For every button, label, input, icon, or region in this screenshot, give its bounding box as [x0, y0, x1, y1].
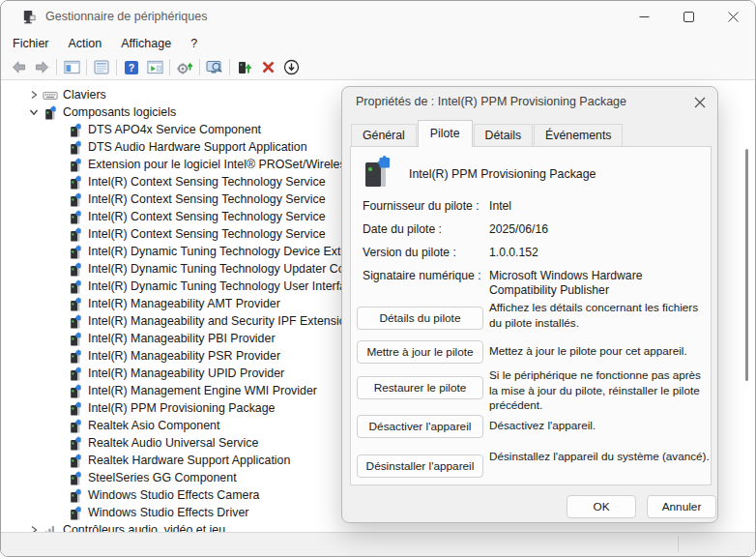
component-icon [67, 175, 84, 190]
component-icon [67, 245, 84, 259]
component-icon [67, 384, 84, 398]
tab-evenements[interactable]: Événements [534, 124, 623, 147]
action-pane-button[interactable] [143, 56, 166, 79]
toolbar-separator [199, 59, 200, 75]
software-device-icon [361, 155, 393, 193]
tree-item-label: Intel(R) Context Sensing Technology Serv… [88, 227, 326, 241]
dialog-close-icon[interactable] [692, 95, 707, 109]
field-label: Version du pilote : [363, 246, 489, 260]
uninstall-device-button[interactable]: Désinstaller l'appareil [357, 454, 483, 478]
tab-details[interactable]: Détails [474, 124, 534, 147]
chevron-spacer [51, 471, 67, 484]
update-driver-button[interactable] [233, 56, 256, 79]
chevron-right-icon[interactable] [26, 523, 42, 532]
menu-action[interactable]: Action [59, 34, 112, 53]
chevron-right-icon[interactable] [26, 88, 42, 102]
tree-item-label: Intel(R) Manageability and Security IPF … [88, 314, 352, 328]
component-icon [67, 506, 84, 520]
window-controls [622, 1, 755, 32]
field-label: Fournisseur du pilote : [363, 199, 489, 214]
update-driver-button[interactable]: Mettre à jour le pilote [357, 340, 483, 364]
chevron-spacer [51, 227, 67, 241]
toolbar-separator [169, 59, 170, 75]
chevron-spacer [51, 297, 67, 310]
chevron-spacer [51, 314, 67, 328]
driver-tab-page: Intel(R) PPM Provisioning Package Fourni… [350, 146, 712, 485]
roll-back-driver-button[interactable]: Restaurer le pilote [357, 376, 483, 399]
tree-item-label: Intel(R) Manageability AMT Provider [88, 297, 280, 310]
toolbar-separator [86, 59, 87, 75]
component-icon [67, 140, 84, 155]
component-icon [67, 227, 84, 242]
chevron-spacer [51, 488, 67, 502]
forward-button[interactable] [30, 56, 53, 79]
toolbar-separator [116, 59, 117, 75]
tab-general[interactable]: Général [351, 124, 417, 147]
device-manager-window: Gestionnaire de périphériques Fichier Ac… [0, 0, 756, 557]
vertical-scrollbar-thumb[interactable] [745, 149, 748, 381]
close-button[interactable] [711, 1, 755, 32]
chevron-spacer [51, 401, 67, 415]
component-icon [67, 488, 84, 503]
field-value: Microsoft Windows Hardware Compatibility… [489, 269, 704, 298]
component-icon [42, 105, 59, 120]
minimize-button[interactable] [622, 1, 666, 32]
maximize-button[interactable] [666, 1, 711, 32]
tree-item-label: Intel(R) Dynamic Tuning Technology Updat… [88, 262, 352, 276]
tab-pilote[interactable]: Pilote [418, 120, 473, 147]
tree-item-label: DTS APO4x Service Component [88, 123, 261, 136]
menu-fichier[interactable]: Fichier [3, 34, 59, 53]
component-icon [67, 332, 84, 346]
cancel-button[interactable]: Annuler [647, 495, 716, 518]
driver-details-description: Affichez les détails concernant les fich… [489, 300, 710, 330]
chevron-spacer [51, 279, 67, 293]
component-icon [67, 436, 84, 451]
component-icon [67, 366, 84, 381]
tree-item-label: Intel(R) Context Sensing Technology Serv… [88, 192, 326, 206]
field-label: Date du pilote : [363, 222, 489, 237]
ok-button[interactable]: OK [567, 495, 636, 518]
disable-device-button[interactable] [279, 56, 303, 79]
chevron-spacer [51, 436, 67, 450]
uninstall-device-description: Désinstallez l'appareil du système (avan… [489, 449, 710, 464]
uninstall-device-button[interactable] [256, 56, 279, 79]
chevron-spacer [51, 262, 67, 276]
properties-button[interactable] [90, 56, 113, 79]
tree-item-label: Realtek Audio Universal Service [88, 436, 258, 450]
chevron-spacer [51, 192, 67, 206]
component-icon [67, 158, 84, 172]
back-button[interactable] [7, 56, 30, 79]
toolbar-separator [56, 59, 57, 75]
menu-affichage[interactable]: Affichage [111, 34, 181, 53]
chevron-spacer [51, 366, 67, 380]
tree-item-label: Windows Studio Effects Camera [88, 488, 259, 502]
tree-item-label: Realtek Asio Component [88, 419, 219, 432]
chevron-spacer [51, 140, 67, 154]
show-hide-console-tree-button[interactable] [60, 56, 83, 79]
component-icon [67, 471, 84, 485]
disable-device-button[interactable]: Désactiver l'appareil [357, 415, 483, 438]
component-icon [67, 454, 84, 468]
status-bar [1, 532, 755, 556]
tree-item-label: Intel(R) Manageability UPID Provider [88, 366, 284, 380]
tree-item-label: DTS Audio Hardware Support Application [88, 140, 307, 154]
tree-item-label: Claviers [63, 88, 106, 102]
menu-help[interactable]: ? [181, 34, 207, 53]
component-icon [67, 401, 84, 416]
driver-details-button[interactable]: Détails du pilote [357, 307, 483, 330]
toolbar-separator [229, 59, 230, 75]
help-button[interactable]: ? [120, 56, 143, 79]
audio-icon [42, 523, 59, 533]
status-bar-divider [678, 537, 679, 552]
chevron-spacer [51, 332, 67, 345]
scan-hardware-changes-button[interactable] [173, 56, 196, 79]
chevron-spacer [51, 454, 67, 467]
chevron-down-icon[interactable] [26, 105, 42, 119]
component-icon [67, 123, 84, 137]
device-manager-app-icon [21, 9, 36, 24]
tree-item-label: Realtek Hardware Support Application [88, 454, 290, 467]
tree-item-label: Composants logiciels [63, 105, 176, 119]
field-label: Signataire numérique : [363, 269, 489, 298]
title-bar: Gestionnaire de périphériques [1, 1, 755, 32]
monitor-search-button[interactable] [203, 56, 226, 79]
